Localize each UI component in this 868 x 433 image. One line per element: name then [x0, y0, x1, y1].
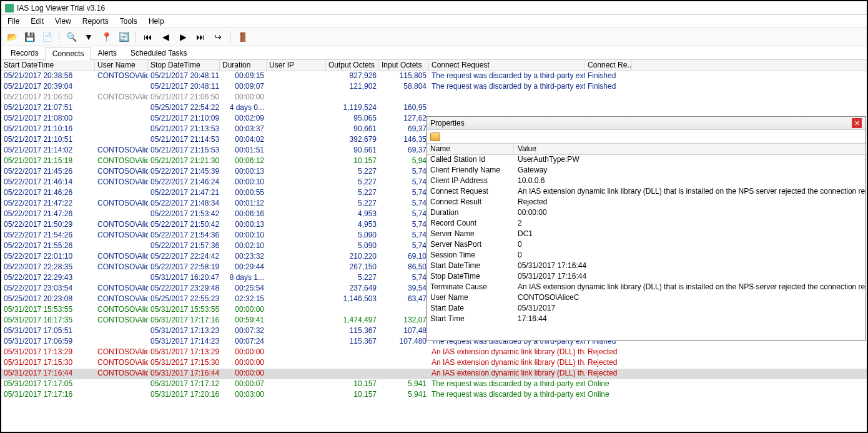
- table-row[interactable]: 05/31/2017 17:16:44CONTOSO\AliceC05/31/2…: [1, 369, 867, 379]
- table-row[interactable]: 05/21/2017 21:07:5105/25/2017 22:54:224 …: [1, 103, 867, 114]
- cell-dur: 00:07:32: [220, 326, 267, 337]
- table-row[interactable]: 05/31/2017 17:15:30CONTOSO\AliceC05/31/2…: [1, 358, 867, 369]
- exit-icon[interactable]: 🚪: [235, 31, 249, 43]
- first-icon[interactable]: ⏮: [141, 31, 155, 43]
- property-row[interactable]: Terminate CauseAn IAS extension dynamic …: [427, 282, 866, 293]
- menu-reports[interactable]: Reports: [81, 16, 110, 26]
- col-req[interactable]: Connect Request: [429, 60, 585, 71]
- search-icon[interactable]: 🔍: [64, 31, 78, 43]
- cell-out: 1,474,497: [326, 316, 379, 326]
- cell-ip: [267, 252, 326, 262]
- tab-records[interactable]: Records: [4, 46, 46, 59]
- property-name: Connect Result: [427, 197, 514, 208]
- menu-tools[interactable]: Tools: [119, 16, 139, 26]
- table-row[interactable]: 05/21/2017 21:06:50CONTOSO\AliceC05/21/2…: [1, 92, 867, 103]
- cell-in: 146,35: [379, 135, 429, 146]
- refresh-icon[interactable]: 🔄: [117, 31, 131, 43]
- property-value: 05/31/2017 17:16:44: [514, 272, 866, 282]
- col-stop[interactable]: Stop DateTime: [148, 60, 220, 71]
- properties-body[interactable]: Called Station IdUserAuthType:PWClient F…: [427, 155, 866, 340]
- table-row[interactable]: 05/31/2017 17:17:1605/31/2017 17:20:1600…: [1, 390, 867, 401]
- grid-header: Start DateTime User Name Stop DateTime D…: [1, 60, 867, 71]
- cell-req: The request was discarded by a third-par…: [429, 82, 585, 92]
- cell-dur: 00:02:10: [220, 241, 267, 252]
- cell-in: 86,50: [379, 262, 429, 273]
- property-row[interactable]: Client Friendly NameGateway: [427, 166, 866, 176]
- property-row[interactable]: Start DateTime05/31/2017 17:16:44: [427, 261, 866, 272]
- close-icon[interactable]: ✕: [852, 118, 862, 128]
- cell-start: 05/31/2017 15:53:55: [1, 305, 95, 316]
- tab-connects[interactable]: Connects: [46, 47, 91, 60]
- prev-icon[interactable]: ◀: [159, 31, 172, 43]
- property-value: An IAS extension dynamic link library (D…: [514, 187, 866, 197]
- property-row[interactable]: Server NasPort0: [427, 240, 866, 251]
- cell-dur: 00:06:16: [220, 209, 267, 220]
- cell-in: 5,74: [379, 209, 429, 220]
- property-row[interactable]: Stop DateTime05/31/2017 17:16:44: [427, 272, 866, 282]
- properties-col-name[interactable]: Name: [427, 144, 514, 154]
- separator: [136, 31, 136, 43]
- filter-icon[interactable]: ▼: [82, 31, 96, 43]
- property-name: Record Count: [427, 219, 514, 229]
- cell-dur: 00:04:02: [220, 135, 267, 146]
- property-row[interactable]: Server NameDC1: [427, 229, 866, 240]
- properties-col-value[interactable]: Value: [514, 144, 866, 154]
- property-value: 0: [514, 251, 866, 261]
- next-icon[interactable]: ▶: [176, 31, 190, 43]
- tab-alerts[interactable]: Alerts: [91, 46, 124, 59]
- menu-view[interactable]: View: [54, 16, 72, 26]
- property-row[interactable]: Duration00:00:00: [427, 208, 866, 219]
- menu-help[interactable]: Help: [147, 16, 165, 26]
- col-out[interactable]: Output Octets: [326, 60, 379, 71]
- properties-header: Name Value: [427, 144, 866, 155]
- cell-req: The request was discarded by a third-par…: [429, 71, 585, 82]
- col-res[interactable]: Connect Re...: [585, 60, 632, 71]
- col-in[interactable]: Input Octets: [379, 60, 429, 71]
- menu-file[interactable]: File: [6, 16, 21, 26]
- cell-ip: [267, 167, 326, 177]
- cell-start: 05/31/2017 16:17:35: [1, 316, 95, 326]
- menu-edit[interactable]: Edit: [29, 16, 45, 26]
- cell-user: [95, 209, 148, 220]
- properties-tool-icon[interactable]: [430, 132, 440, 141]
- property-row[interactable]: Session Time0: [427, 251, 866, 261]
- cell-stop: 05/21/2017 20:48:11: [148, 71, 220, 82]
- property-row[interactable]: User NameCONTOSO\AliceC: [427, 293, 866, 304]
- col-dur[interactable]: Duration: [220, 60, 267, 71]
- cell-stop: 05/22/2017 21:46:24: [148, 177, 220, 188]
- col-start[interactable]: Start DateTime: [1, 60, 95, 71]
- property-row[interactable]: Start Time17:16:44: [427, 314, 866, 325]
- table-row[interactable]: 05/21/2017 20:38:56CONTOSO\AliceC05/21/2…: [1, 71, 867, 82]
- cell-user: CONTOSO\AliceC: [95, 146, 148, 156]
- cell-out: 10,157: [326, 156, 379, 167]
- col-ip[interactable]: User IP: [267, 60, 326, 71]
- last-icon[interactable]: ⏭: [194, 31, 207, 43]
- open-icon[interactable]: 📂: [5, 31, 19, 43]
- property-row[interactable]: Record Count2: [427, 219, 866, 229]
- property-row[interactable]: Connect RequestAn IAS extension dynamic …: [427, 187, 866, 197]
- property-row[interactable]: Client IP Address10.0.0.6: [427, 176, 866, 187]
- pin-icon[interactable]: 📍: [99, 31, 113, 43]
- properties-toolbar: [427, 130, 866, 144]
- col-user[interactable]: User Name: [95, 60, 148, 71]
- redo-icon[interactable]: ↪: [211, 31, 225, 43]
- property-name: Duration: [427, 208, 514, 219]
- cell-req: [429, 92, 585, 103]
- cell-in: 5,941: [379, 390, 429, 401]
- table-row[interactable]: 05/31/2017 17:13:29CONTOSO\AliceC05/31/2…: [1, 347, 867, 358]
- sheet-icon[interactable]: 📄: [40, 31, 54, 43]
- tab-scheduled-tasks[interactable]: Scheduled Tasks: [124, 46, 194, 59]
- property-row[interactable]: Start Date05/31/2017: [427, 304, 866, 314]
- cell-start: 05/22/2017 21:55:26: [1, 241, 95, 252]
- property-row[interactable]: Called Station IdUserAuthType:PW: [427, 155, 866, 166]
- cell-out: [326, 305, 379, 316]
- property-row[interactable]: Connect ResultRejected: [427, 197, 866, 208]
- properties-titlebar[interactable]: Properties ✕: [427, 117, 866, 130]
- cell-ip: [267, 273, 326, 284]
- cell-dur: 00:00:07: [220, 379, 267, 390]
- cell-user: CONTOSO\AliceC: [95, 294, 148, 305]
- table-row[interactable]: 05/31/2017 17:17:0505/31/2017 17:17:1200…: [1, 379, 867, 390]
- table-row[interactable]: 05/21/2017 20:39:0405/21/2017 20:48:1100…: [1, 82, 867, 92]
- save-icon[interactable]: 💾: [22, 31, 36, 43]
- titlebar: IAS Log Viewer Trial v3.16: [1, 1, 867, 15]
